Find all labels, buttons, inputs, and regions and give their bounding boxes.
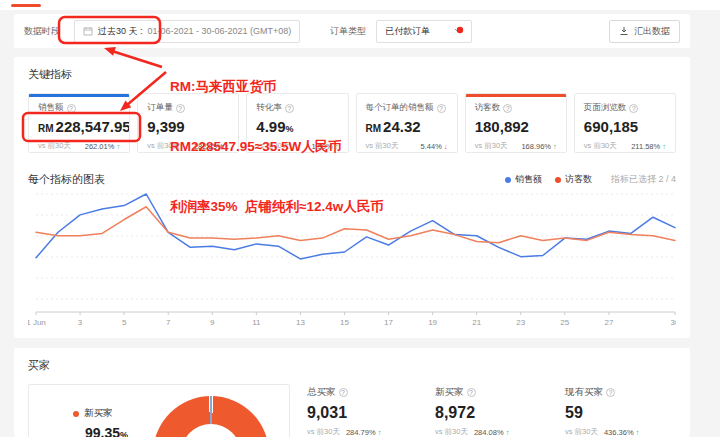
trend-arrow-icon: ↑ [116,142,120,151]
metric-change: 262.01% ↑ [85,142,120,151]
vs-label: vs 前30天 [147,141,180,151]
metric-cards-row: 销售额? RM228,547.95 vs 前30天262.01% ↑ 订单量? … [28,93,676,153]
metric-label: 访客数 [475,102,501,114]
metric-label: 销售额 [38,102,64,114]
annotation-arrowhead-up [104,47,116,56]
help-icon[interactable]: ? [176,104,185,113]
buyers-donut-card: 新买家 99.35% [28,384,290,437]
help-icon[interactable]: ? [339,388,348,397]
buyers-donut-chart[interactable] [153,396,269,437]
trend-arrow-icon: ↑ [378,428,382,437]
metric-card-sales-per-order[interactable]: 每个订单的销售额? RM24.32 vs 前30天5.44% ↓ [356,93,458,153]
help-icon[interactable]: ? [503,104,512,113]
metric-change: 1.50% ↑ [311,142,338,151]
help-icon[interactable]: ? [67,104,76,113]
stat-existing-buyers: 现有买家? 59 vs 前30天436.36% ↑ [565,386,690,437]
stat-change: 436.36% ↑ [604,428,639,437]
metric-change: 211.58% ↑ [631,142,666,151]
export-data-button[interactable]: 汇出数据 [609,20,680,43]
svg-text:30: 30 [671,318,676,327]
vs-label: vs 前30天 [366,141,399,151]
stat-change: 284.08% ↑ [474,428,509,437]
date-range-preset: 过去30 天 : [98,25,143,38]
key-metrics-title: 关键指标 [28,67,72,82]
vs-label: vs 前30天 [256,141,289,151]
date-range-value: 01-06-2021 - 30-06-2021 (GMT+08) [148,26,292,36]
trend-arrow-icon: ↑ [636,428,640,437]
help-icon[interactable]: ? [606,388,615,397]
metric-label: 页面浏览数 [584,102,627,114]
calendar-icon [83,26,93,36]
svg-text:17: 17 [384,318,393,327]
stat-label: 新买家 [435,386,464,399]
help-icon[interactable]: ? [467,388,476,397]
metric-card-pageviews[interactable]: 页面浏览数? 690,185 vs 前30天211.58% ↑ [574,93,676,153]
metric-card-visitors[interactable]: 访客数? 180,892 vs 前30天168.96% ↑ [465,93,567,153]
active-tab-indicator [11,4,41,7]
metrics-line-chart[interactable]: 1 Jun357911131517192123252730 [28,189,676,331]
vs-label: vs 前30天 [38,141,71,151]
chart-title: 每个指标的图表 [28,172,105,187]
trend-arrow-icon: ↑ [506,428,510,437]
trend-arrow-icon: ↑ [553,142,557,151]
order-type-select[interactable]: 已付款订单 [376,20,472,43]
metric-card-sales[interactable]: 销售额? RM228,547.95 vs 前30天262.01% ↑ [28,93,130,153]
period-label: 数据时段 [24,25,60,38]
buyers-title: 买家 [28,358,50,373]
date-range-picker[interactable]: 过去30 天 : 01-06-2021 - 30-06-2021 (GMT+08… [74,20,300,43]
svg-text:25: 25 [560,318,569,327]
order-type-label: 订单类型 [330,25,366,38]
metric-label: 每个订单的销售额 [366,102,434,114]
buyers-panel: 买家 新买家 99.35% 总买家? 9,031 vs 前30天284.79% … [14,348,690,437]
stat-value: 8,972 [435,404,560,422]
help-icon[interactable]: ? [437,104,446,113]
legend-dot-new-buyers [73,411,79,417]
svg-text:5: 5 [122,318,127,327]
stat-total-buyers: 总买家? 9,031 vs 前30天284.79% ↑ [307,386,432,437]
svg-text:15: 15 [340,318,349,327]
download-icon [619,26,629,36]
metric-value: 4.99% [256,118,338,135]
vs-label: vs 前30天 [435,427,468,437]
svg-text:3: 3 [78,318,83,327]
metric-change: 168.96% ↑ [521,142,556,151]
help-icon[interactable]: ? [285,104,294,113]
top-tab-strip [0,0,720,10]
new-buyers-legend-label: 新买家 [84,407,113,420]
stat-change: 284.79% ↑ [346,428,381,437]
trend-arrow-icon: ↑ [662,142,666,151]
metric-value: 690,185 [584,118,666,135]
trend-arrow-icon: ↑ [226,142,230,151]
stat-value: 59 [565,404,690,422]
vs-label: vs 前30天 [565,427,598,437]
metric-card-orders[interactable]: 订单量? 9,399 vs 前30天282.85% ↑ [137,93,239,153]
new-buyers-percentage: 99.35% [85,425,128,437]
legend-selected-note: 指标已选择 2 / 4 [611,173,676,186]
trend-arrow-icon: ↑ [335,142,339,151]
metric-change: 282.85% ↑ [194,142,229,151]
stat-label: 总买家 [307,386,336,399]
svg-text:13: 13 [296,318,305,327]
order-type-value: 已付款订单 [385,25,430,38]
legend-dot-visitors [555,177,561,183]
metric-value: RM228,547.95 [38,118,120,135]
svg-text:23: 23 [516,318,525,327]
svg-text:27: 27 [604,318,613,327]
legend-dot-sales [505,177,511,183]
metric-label: 转化率 [256,102,282,114]
metric-label: 订单量 [147,102,173,114]
donut-legend: 新买家 99.35% [73,407,128,437]
vs-label: vs 前30天 [475,141,508,151]
svg-text:21: 21 [472,318,481,327]
filter-bar: 数据时段 过去30 天 : 01-06-2021 - 30-06-2021 (G… [14,14,690,48]
key-metrics-panel: 关键指标 销售额? RM228,547.95 vs 前30天262.01% ↑ … [14,57,690,338]
vs-label: vs 前30天 [307,427,340,437]
chevron-down-icon [454,28,463,34]
help-icon[interactable]: ? [629,104,638,113]
svg-text:7: 7 [166,318,171,327]
legend-item-sales[interactable]: 销售额 [505,173,542,186]
legend-item-visitors[interactable]: 访客数 [555,173,592,186]
metric-card-conversion[interactable]: 转化率? 4.99% vs 前30天1.50% ↑ [246,93,348,153]
card-accent [29,94,129,97]
export-data-label: 汇出数据 [634,25,670,38]
